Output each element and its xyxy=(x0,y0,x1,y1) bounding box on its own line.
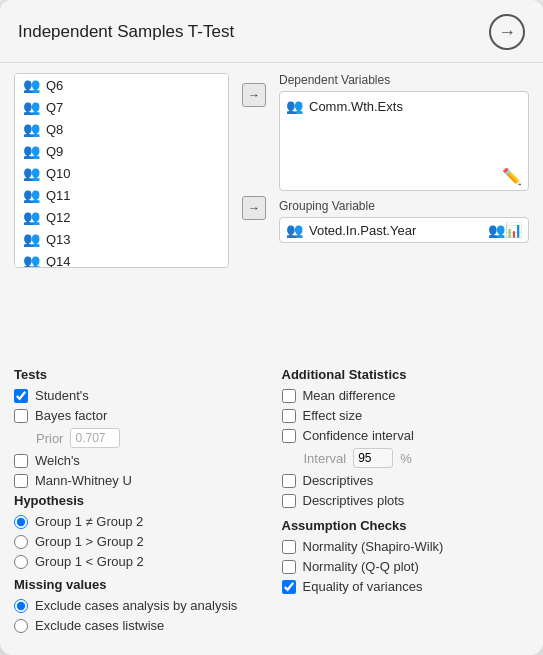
welch-label: Welch's xyxy=(35,453,80,468)
list-item[interactable]: 👥Q14 xyxy=(15,250,228,268)
mann-row: Mann-Whitney U xyxy=(14,473,262,488)
descriptives-row: Descriptives xyxy=(282,473,530,488)
var-name: Q9 xyxy=(46,144,63,159)
interval-label: Interval xyxy=(304,451,347,466)
dependent-variables-section: Dependent Variables 👥 Comm.Wth.Exts ✏️ xyxy=(279,73,529,191)
var-name: Q8 xyxy=(46,122,63,137)
list-item[interactable]: 👥Q10 xyxy=(15,162,228,184)
var-icon: 👥 xyxy=(23,77,40,93)
mean-diff-label: Mean difference xyxy=(303,388,396,403)
dv-item-icon: 👥 xyxy=(286,98,303,114)
arrow-to-gv-button[interactable]: → xyxy=(242,196,266,220)
dialog-window: Independent Samples T-Test → 👥Q6👥Q7👥Q8👥Q… xyxy=(0,0,543,655)
missing-values-section: Missing values Exclude cases analysis by… xyxy=(14,577,262,633)
list-item[interactable]: 👥Q6 xyxy=(15,74,228,96)
hyp-option-2: Group 1 < Group 2 xyxy=(14,554,262,569)
dialog-title: Independent Samples T-Test xyxy=(18,22,234,42)
norm-sw-label: Normality (Shapiro-Wilk) xyxy=(303,539,444,554)
dv-gv-panel: Dependent Variables 👥 Comm.Wth.Exts ✏️ G… xyxy=(279,73,529,353)
effect-size-row: Effect size xyxy=(282,408,530,423)
arrow-to-dv-button[interactable]: → xyxy=(242,83,266,107)
gv-item-icon: 👥 xyxy=(286,222,303,238)
bottom-right-panel: Additional Statistics Mean difference Ef… xyxy=(282,367,530,641)
students-checkbox[interactable] xyxy=(14,389,28,403)
descriptives-checkbox[interactable] xyxy=(282,474,296,488)
list-item[interactable]: 👥Q13 xyxy=(15,228,228,250)
hypothesis-title: Hypothesis xyxy=(14,493,262,508)
pct-label: % xyxy=(400,451,412,466)
prior-row: Prior xyxy=(14,428,262,448)
var-icon: 👥 xyxy=(23,209,40,225)
hyp-option-0: Group 1 ≠ Group 2 xyxy=(14,514,262,529)
hyp-label-1: Group 1 > Group 2 xyxy=(35,534,144,549)
bayes-label: Bayes factor xyxy=(35,408,107,423)
norm-sw-row: Normality (Shapiro-Wilk) xyxy=(282,539,530,554)
ci-checkbox[interactable] xyxy=(282,429,296,443)
missing-radio-0[interactable] xyxy=(14,599,28,613)
interval-input[interactable] xyxy=(353,448,393,468)
var-icon: 👥 xyxy=(23,143,40,159)
grouping-variable-section: Grouping Variable 👥 Voted.In.Past.Year 👥… xyxy=(279,199,529,243)
assumption-checks-section: Assumption Checks Normality (Shapiro-Wil… xyxy=(282,518,530,594)
mann-checkbox[interactable] xyxy=(14,474,28,488)
next-button[interactable]: → xyxy=(489,14,525,50)
prior-label: Prior xyxy=(36,431,63,446)
welch-row: Welch's xyxy=(14,453,262,468)
gv-label: Grouping Variable xyxy=(279,199,529,213)
variable-list-box[interactable]: 👥Q6👥Q7👥Q8👥Q9👥Q10👥Q11👥Q12👥Q13👥Q14 xyxy=(14,73,229,268)
tests-section: Tests Student's Bayes factor Prior Welch… xyxy=(14,367,262,488)
var-icon: 👥 xyxy=(23,253,40,268)
dependent-variables-box[interactable]: 👥 Comm.Wth.Exts ✏️ xyxy=(279,91,529,191)
missing-option-0: Exclude cases analysis by analysis xyxy=(14,598,262,613)
grouping-variable-box[interactable]: 👥 Voted.In.Past.Year 👥📊 xyxy=(279,217,529,243)
mann-label: Mann-Whitney U xyxy=(35,473,132,488)
norm-qq-checkbox[interactable] xyxy=(282,560,296,574)
students-row: Student's xyxy=(14,388,262,403)
var-icon: 👥 xyxy=(23,121,40,137)
additional-stats-title: Additional Statistics xyxy=(282,367,530,382)
variable-list-panel: 👥Q6👥Q7👥Q8👥Q9👥Q10👥Q11👥Q12👥Q13👥Q14 xyxy=(14,73,229,353)
hyp-radio-2[interactable] xyxy=(14,555,28,569)
welch-checkbox[interactable] xyxy=(14,454,28,468)
var-name: Q12 xyxy=(46,210,71,225)
var-icon: 👥 xyxy=(23,165,40,181)
norm-sw-checkbox[interactable] xyxy=(282,540,296,554)
list-item[interactable]: 👥Q9 xyxy=(15,140,228,162)
prior-input[interactable] xyxy=(70,428,120,448)
mean-diff-checkbox[interactable] xyxy=(282,389,296,403)
dv-item-1: 👥 Comm.Wth.Exts xyxy=(286,96,522,116)
ci-label: Confidence interval xyxy=(303,428,414,443)
hyp-radio-1[interactable] xyxy=(14,535,28,549)
missing-title: Missing values xyxy=(14,577,262,592)
effect-size-label: Effect size xyxy=(303,408,363,423)
dv-label: Dependent Variables xyxy=(279,73,529,87)
list-item[interactable]: 👥Q11 xyxy=(15,184,228,206)
list-item[interactable]: 👥Q12 xyxy=(15,206,228,228)
list-item[interactable]: 👥Q7 xyxy=(15,96,228,118)
assumption-checks-title: Assumption Checks xyxy=(282,518,530,533)
equality-checkbox[interactable] xyxy=(282,580,296,594)
bottom-section: Tests Student's Bayes factor Prior Welch… xyxy=(0,367,543,655)
desc-plots-label: Descriptives plots xyxy=(303,493,405,508)
hyp-label-0: Group 1 ≠ Group 2 xyxy=(35,514,143,529)
var-icon: 👥 xyxy=(23,231,40,247)
var-name: Q7 xyxy=(46,100,63,115)
students-label: Student's xyxy=(35,388,89,403)
missing-radio-1[interactable] xyxy=(14,619,28,633)
descriptives-label: Descriptives xyxy=(303,473,374,488)
missing-option-1: Exclude cases listwise xyxy=(14,618,262,633)
var-name: Q6 xyxy=(46,78,63,93)
equality-row: Equality of variances xyxy=(282,579,530,594)
eraser-icon[interactable]: ✏️ xyxy=(502,167,522,186)
bayes-checkbox[interactable] xyxy=(14,409,28,423)
norm-qq-row: Normality (Q-Q plot) xyxy=(282,559,530,574)
hyp-radio-0[interactable] xyxy=(14,515,28,529)
bottom-left-panel: Tests Student's Bayes factor Prior Welch… xyxy=(14,367,262,641)
hypothesis-section: Hypothesis Group 1 ≠ Group 2 Group 1 > G… xyxy=(14,493,262,569)
gv-edit-icon[interactable]: 👥📊 xyxy=(488,222,522,238)
list-item[interactable]: 👥Q8 xyxy=(15,118,228,140)
effect-size-checkbox[interactable] xyxy=(282,409,296,423)
var-name: Q14 xyxy=(46,254,71,269)
desc-plots-checkbox[interactable] xyxy=(282,494,296,508)
var-name: Q11 xyxy=(46,188,71,203)
